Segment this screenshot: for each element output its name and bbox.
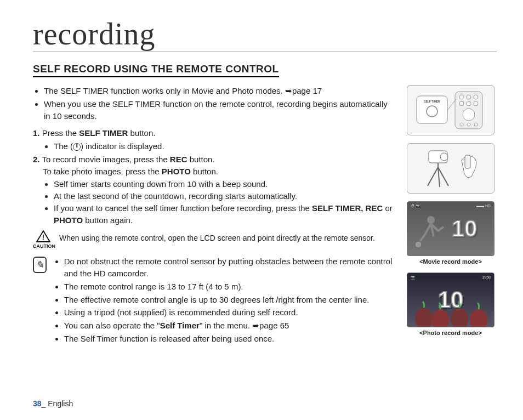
button-label: SELF TIMER [79, 128, 128, 138]
button-label: PHOTO [162, 167, 191, 176]
menu-label: Self Timer [160, 321, 200, 330]
text: " in the menu. [200, 321, 252, 330]
caution-label: CAUTION [33, 243, 55, 249]
svg-point-12 [460, 123, 463, 126]
svg-point-17 [440, 153, 448, 161]
movie-mode-block: ⏱ 📷▬▬ HD 10 <Movie record mode> [407, 201, 494, 265]
page-footer: 38_ English [33, 399, 73, 408]
language-label: English [48, 399, 73, 408]
intro-bullet: When you use the SELF TIMER function on … [44, 98, 395, 122]
note-item: Using a tripod (not supplied) is recomme… [64, 307, 395, 319]
remote-illustration: SELF TIMER [407, 85, 494, 135]
text: ) indicator is displayed. [81, 141, 164, 151]
step-2-sub: If you want to cancel the self timer fun… [54, 202, 395, 226]
svg-line-19 [428, 167, 438, 186]
note-list: Do not obstruct the remote control senso… [53, 256, 395, 345]
intro-bullets: The SELF TIMER function works only in Mo… [33, 85, 395, 122]
svg-rect-22 [465, 155, 470, 168]
step-2: 2. To record movie images, press the REC… [33, 154, 395, 226]
svg-point-7 [474, 95, 478, 99]
svg-point-27 [451, 308, 468, 327]
note-item: The effective remote control angle is up… [64, 294, 395, 306]
note-icon: ✎ [33, 257, 47, 273]
svg-point-14 [474, 123, 477, 126]
note-item: Do not obstruct the remote control senso… [64, 256, 395, 280]
text: You can also operate the " [64, 321, 160, 330]
text: button again. [83, 215, 133, 225]
svg-point-11 [463, 109, 475, 121]
svg-point-3 [427, 106, 437, 117]
svg-point-26 [431, 309, 449, 327]
button-label: REC [170, 155, 187, 164]
text: To take photo images, press the [33, 167, 162, 176]
steps-list: 1. Press the SELF TIMER button. The () i… [33, 127, 395, 226]
timer-icon [73, 143, 81, 151]
step-1-sub: The () indicator is displayed. [54, 140, 395, 152]
text: or [383, 203, 393, 213]
svg-point-28 [470, 309, 487, 327]
svg-point-24 [415, 241, 422, 248]
page-ref: ➥page 17 [285, 86, 322, 95]
svg-point-10 [474, 101, 478, 106]
step-2-sub: Self timer starts counting down from 10 … [54, 178, 395, 190]
svg-point-13 [467, 123, 470, 126]
text: When you use the SELF TIMER function on … [44, 99, 388, 121]
soccer-figure [412, 212, 450, 250]
page-ref: ➥page 65 [252, 321, 289, 330]
note-item: The Self Timer function is released afte… [64, 333, 395, 345]
photo-count: 3958 [482, 275, 491, 280]
self-timer-label: SELF TIMER [424, 100, 440, 103]
svg-point-8 [459, 101, 464, 106]
note-item: You can also operate the "Self Timer" in… [64, 320, 395, 332]
svg-point-25 [415, 308, 433, 327]
photo-mode-block: 📷3958 10 <Photo record mode> [407, 273, 494, 336]
svg-text:!: ! [42, 233, 44, 241]
photo-osd: 📷3958 [411, 275, 491, 280]
text: The SELF TIMER function works only in Mo… [44, 86, 285, 95]
camera-icon: 📷 [411, 275, 416, 280]
step-number: 2. [33, 155, 40, 164]
photo-caption: <Photo record mode> [407, 330, 494, 336]
section-heading: SELF RECORD USING THE REMOTE CONTROL [33, 63, 279, 77]
button-label: PHOTO [54, 215, 83, 225]
note-block: ✎ Do not obstruct the remote control sen… [33, 256, 395, 345]
step-1: 1. Press the SELF TIMER button. The () i… [33, 127, 395, 152]
caution-block: ! CAUTION When using the remote control,… [33, 230, 395, 250]
button-label: SELF TIMER, REC [312, 203, 383, 213]
movie-caption: <Movie record mode> [407, 258, 494, 265]
svg-point-5 [459, 95, 464, 99]
note-item: The remote control range is 13 to 17 ft … [64, 281, 395, 293]
movie-osd: ⏱ 📷▬▬ HD [411, 204, 491, 208]
caution-text: When using the remote control, open the … [59, 230, 395, 243]
intro-bullet: The SELF TIMER function works only in Mo… [44, 85, 395, 97]
page-title: recording [33, 16, 497, 52]
text: _ [42, 399, 48, 408]
text: Press the [42, 128, 79, 138]
text: The ( [54, 141, 73, 151]
svg-point-6 [467, 95, 471, 99]
page-number: 38 [33, 399, 42, 408]
svg-point-23 [427, 216, 435, 224]
text: button. [187, 155, 215, 164]
text: button. [191, 167, 218, 176]
svg-point-9 [467, 101, 471, 106]
step-2-sub: At the last second of the countdown, rec… [54, 190, 395, 202]
text: button. [128, 128, 155, 138]
text: To record movie images, press the [42, 155, 169, 164]
illustration-column: SELF TIMER [405, 85, 497, 346]
caution-icon: ! CAUTION [33, 230, 54, 250]
countdown-number: 10 [452, 215, 477, 242]
peppers-figure [407, 294, 494, 327]
main-text-column: The SELF TIMER function works only in Mo… [33, 85, 395, 346]
step-number: 1. [33, 128, 40, 138]
movie-screen: ⏱ 📷▬▬ HD 10 [407, 201, 494, 256]
tripod-illustration [407, 143, 494, 194]
text: If you want to cancel the self timer fun… [54, 203, 312, 213]
photo-screen: 📷3958 10 [407, 273, 494, 327]
